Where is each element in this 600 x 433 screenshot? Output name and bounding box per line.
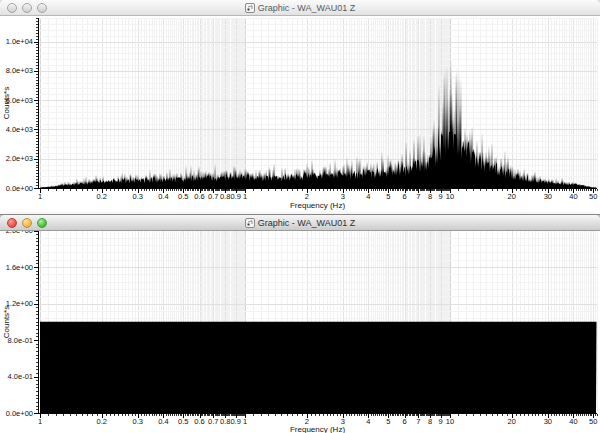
svg-text:1: 1 [38, 192, 42, 201]
window-title: Graphic - WA_WAU01 Z [258, 215, 355, 231]
svg-text:8: 8 [428, 192, 432, 201]
svg-text:5: 5 [386, 192, 390, 201]
svg-text:6: 6 [402, 192, 406, 201]
svg-text:1: 1 [38, 417, 42, 426]
svg-text:9: 9 [439, 192, 443, 201]
svg-text:0.0e+00: 0.0e+00 [6, 184, 33, 193]
zoom-button[interactable] [37, 3, 47, 13]
svg-text:0.2: 0.2 [96, 192, 106, 201]
svg-text:0.9: 0.9 [230, 417, 240, 426]
minimize-button[interactable] [22, 218, 32, 228]
svg-text:4: 4 [366, 192, 370, 201]
svg-text:7: 7 [416, 417, 420, 426]
svg-text:9: 9 [439, 417, 443, 426]
svg-text:0.2: 0.2 [96, 417, 106, 426]
svg-text:8.0e-01: 8.0e-01 [8, 336, 33, 345]
window-controls [7, 215, 47, 231]
svg-text:40: 40 [569, 192, 577, 201]
svg-text:0.3: 0.3 [133, 417, 143, 426]
svg-text:1: 1 [243, 192, 247, 201]
svg-text:20: 20 [508, 417, 516, 426]
titlebar[interactable]: Graphic - WA_WAU01 Z [0, 215, 600, 231]
svg-text:0.9: 0.9 [230, 192, 240, 201]
svg-text:0.3: 0.3 [133, 192, 143, 201]
svg-text:4.0e+03: 4.0e+03 [6, 125, 33, 134]
window-graphic-top: Graphic - WA_WAU01 Z 10.20.30.40.50.60.7… [0, 0, 600, 215]
svg-text:50: 50 [589, 417, 597, 426]
svg-text:Counts*s: Counts*s [2, 87, 11, 119]
svg-text:0.5: 0.5 [178, 192, 188, 201]
svg-text:0.8: 0.8 [220, 417, 230, 426]
svg-text:4.0e-01: 4.0e-01 [8, 372, 33, 381]
close-button[interactable] [7, 3, 17, 13]
titlebar[interactable]: Graphic - WA_WAU01 Z [0, 0, 600, 16]
svg-text:30: 30 [544, 417, 552, 426]
svg-text:6: 6 [402, 417, 406, 426]
svg-text:50: 50 [589, 192, 597, 201]
svg-text:0.6: 0.6 [194, 417, 204, 426]
svg-text:0.4: 0.4 [158, 192, 168, 201]
svg-text:5: 5 [386, 417, 390, 426]
svg-text:8.0e+03: 8.0e+03 [6, 66, 33, 75]
minimize-button[interactable] [22, 3, 32, 13]
title-area[interactable]: Graphic - WA_WAU01 Z [245, 0, 355, 16]
window-controls [7, 0, 47, 16]
svg-text:4: 4 [366, 417, 370, 426]
close-button[interactable] [7, 218, 17, 228]
svg-text:2.0e+00: 2.0e+00 [6, 231, 33, 235]
svg-text:30: 30 [544, 192, 552, 201]
title-area[interactable]: Graphic - WA_WAU01 Z [245, 215, 355, 231]
svg-text:1.6e+00: 1.6e+00 [6, 263, 33, 272]
saturated-spectrum-plot: 10.20.30.40.50.60.70.80.9123456789102030… [0, 231, 600, 433]
svg-text:7: 7 [416, 192, 420, 201]
svg-text:1: 1 [243, 417, 247, 426]
window-title: Graphic - WA_WAU01 Z [258, 0, 355, 16]
plot-content: 10.20.30.40.50.60.70.80.9123456789102030… [0, 231, 600, 433]
svg-text:10: 10 [446, 192, 454, 201]
svg-text:0.8: 0.8 [220, 192, 230, 201]
zoom-button[interactable] [37, 218, 47, 228]
svg-text:Frequency (Hz): Frequency (Hz) [290, 201, 345, 210]
svg-text:8: 8 [428, 417, 432, 426]
svg-text:2: 2 [305, 192, 309, 201]
svg-text:10: 10 [446, 417, 454, 426]
window-graphic-bottom: Graphic - WA_WAU01 Z 10.20.30.40.50.60.7… [0, 215, 600, 433]
spectrum-plot: 10.20.30.40.50.60.70.80.9123456789102030… [0, 16, 600, 215]
svg-text:Frequency (Hz): Frequency (Hz) [290, 425, 345, 433]
plot-content: 10.20.30.40.50.60.70.80.9123456789102030… [0, 16, 600, 215]
svg-text:0.5: 0.5 [178, 417, 188, 426]
svg-text:1.0e+04: 1.0e+04 [6, 37, 33, 46]
svg-text:0.4: 0.4 [158, 417, 168, 426]
svg-text:3: 3 [341, 192, 345, 201]
svg-text:40: 40 [569, 417, 577, 426]
svg-text:0.7: 0.7 [208, 192, 218, 201]
svg-text:0.6: 0.6 [194, 192, 204, 201]
document-icon[interactable] [245, 218, 255, 228]
svg-text:0.7: 0.7 [208, 417, 218, 426]
svg-text:0.0e+00: 0.0e+00 [6, 409, 33, 418]
document-icon[interactable] [245, 3, 255, 13]
svg-text:Counts*s: Counts*s [2, 306, 11, 338]
svg-text:20: 20 [508, 192, 516, 201]
svg-text:2.0e+03: 2.0e+03 [6, 154, 33, 163]
